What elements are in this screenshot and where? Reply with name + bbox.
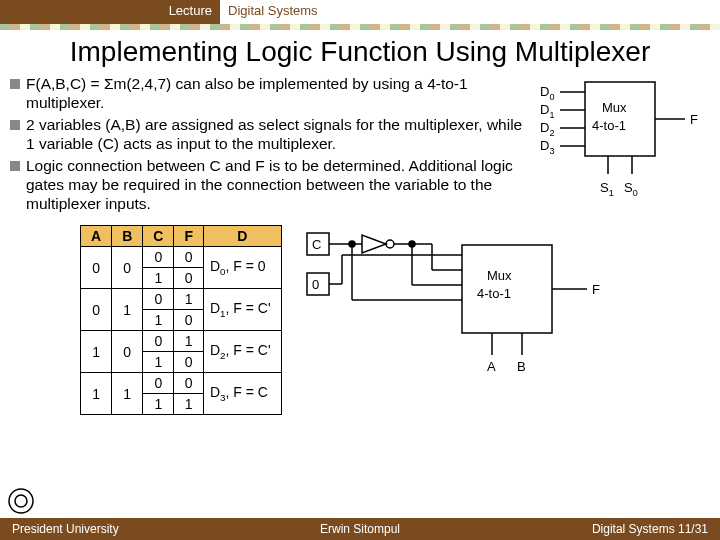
- svg-point-48: [15, 495, 27, 507]
- bullet-icon: [10, 161, 20, 171]
- svg-text:4-to-1: 4-to-1: [477, 286, 511, 301]
- svg-point-47: [9, 489, 33, 513]
- th-A: A: [81, 226, 112, 247]
- circuit-diagram: C 0 Mux: [302, 225, 710, 428]
- svg-text:Mux: Mux: [487, 268, 512, 283]
- svg-marker-21: [362, 235, 386, 253]
- footer-left: President University: [0, 522, 200, 536]
- th-C: C: [143, 226, 174, 247]
- bullet-icon: [10, 79, 20, 89]
- mux-symbol-1: D0 D1 D2 D3 Mux 4-to-1 F S1 S0: [530, 74, 710, 217]
- svg-text:F: F: [690, 112, 698, 127]
- topic-label: Digital Systems: [220, 0, 720, 24]
- footer-bar: President University Erwin Sitompul Digi…: [0, 518, 720, 540]
- svg-text:D0: D0: [540, 84, 554, 102]
- footer-right: Digital Systems 11/31: [520, 522, 720, 536]
- logo-icon: [6, 486, 36, 516]
- th-D: D: [203, 226, 281, 247]
- svg-text:B: B: [517, 359, 526, 374]
- svg-text:S1: S1: [600, 180, 614, 198]
- bullet-icon: [10, 120, 20, 130]
- th-B: B: [112, 226, 143, 247]
- bullet-text: 2 variables (A,B) are assigned as select…: [26, 115, 524, 154]
- bullet-item: 2 variables (A,B) are assigned as select…: [10, 115, 524, 154]
- th-F: F: [174, 226, 204, 247]
- bullet-text: F(A,B,C) = Σm(2,4,7) can also be impleme…: [26, 74, 524, 113]
- svg-text:0: 0: [312, 277, 319, 292]
- svg-text:F: F: [592, 282, 600, 297]
- footer-center: Erwin Sitompul: [200, 522, 520, 536]
- svg-text:A: A: [487, 359, 496, 374]
- content-row: F(A,B,C) = Σm(2,4,7) can also be impleme…: [0, 72, 720, 217]
- top-bar: Lecture Digital Systems: [0, 0, 720, 24]
- bullet-list: F(A,B,C) = Σm(2,4,7) can also be impleme…: [10, 74, 524, 217]
- lower-row: A B C F D 0000D0, F = 0 10 0101D1, F = C…: [0, 225, 720, 428]
- svg-text:C: C: [312, 237, 321, 252]
- truth-table: A B C F D 0000D0, F = 0 10 0101D1, F = C…: [80, 225, 282, 428]
- bullet-item: F(A,B,C) = Σm(2,4,7) can also be impleme…: [10, 74, 524, 113]
- bullet-text: Logic connection between C and F is to b…: [26, 156, 524, 214]
- svg-text:D3: D3: [540, 138, 554, 156]
- page-title: Implementing Logic Function Using Multip…: [0, 30, 720, 72]
- svg-text:S0: S0: [624, 180, 638, 198]
- svg-text:4-to-1: 4-to-1: [592, 118, 626, 133]
- svg-text:D1: D1: [540, 102, 554, 120]
- svg-text:D2: D2: [540, 120, 554, 138]
- lecture-label: Lecture: [0, 0, 220, 24]
- bullet-item: Logic connection between C and F is to b…: [10, 156, 524, 214]
- svg-text:Mux: Mux: [602, 100, 627, 115]
